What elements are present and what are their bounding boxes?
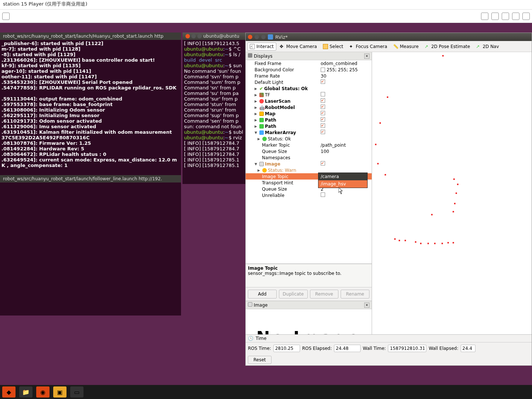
default-light-checkbox[interactable]	[321, 79, 325, 84]
map-icon	[259, 112, 264, 116]
terminal-title: ubuntu@ubuntu	[183, 33, 245, 40]
tool-interact[interactable]: ☝Interact	[247, 42, 276, 51]
vmware-titlebar: station 15 Player (仅用于非商业用途)	[0, 0, 532, 10]
vm-icon[interactable]	[2, 13, 10, 20]
unreliable-checkbox[interactable]	[321, 192, 325, 197]
terminal-body: _publisher-6]: started with pid [1122] m…	[0, 40, 181, 169]
laserscan-icon	[259, 99, 264, 103]
path2-checkbox[interactable]	[321, 123, 325, 128]
image-topic-dropdown[interactable]: /camera /image_hsv	[318, 173, 368, 188]
tool-focus-camera[interactable]: ✦Focus Camera	[347, 42, 390, 51]
maximize-icon[interactable]	[261, 35, 266, 39]
robot-icon: 🤖	[259, 105, 264, 110]
clock-icon: 🕓	[248, 336, 253, 341]
close-icon[interactable]: ×	[364, 54, 369, 59]
ros-elapsed-label: ROS Elapsed:	[302, 346, 332, 351]
print-icon[interactable]	[522, 13, 530, 20]
terminal-tab[interactable]: robot_ws/src/huanyu_robot_start/launch/H…	[0, 33, 181, 40]
displays-tree[interactable]: Fixed Frameodom_combined Background Colo…	[246, 60, 372, 264]
image-icon	[259, 162, 264, 166]
maximize-icon[interactable]	[197, 34, 202, 38]
rename-button: Rename	[341, 290, 369, 299]
image-panel-title[interactable]: Image ×	[246, 301, 372, 309]
rviz-icon	[268, 34, 273, 40]
terminal-launch[interactable]: robot_ws/src/huanyu_robot_start/launch/H…	[0, 33, 181, 184]
terminal-follower[interactable]: robot_ws/src/huanyu_robot_start/launch/f…	[0, 175, 181, 316]
property-description: Image Topic sensor_msgs::Image topic to …	[246, 264, 372, 287]
tool-2d-pose-estimate[interactable]: ↗2D Pose Estimate	[422, 42, 473, 51]
map-checkbox[interactable]	[321, 111, 325, 115]
usb-icon[interactable]	[481, 13, 488, 20]
tool-2d-nav-goal[interactable]: ↗2D Nav	[473, 42, 501, 51]
taskbar-app-5[interactable]: ▭	[70, 386, 83, 398]
remove-button: Remove	[310, 290, 339, 299]
terminal-body	[0, 183, 181, 184]
minimize-icon[interactable]	[191, 34, 196, 38]
reset-button[interactable]: Reset	[248, 356, 272, 364]
minimize-icon[interactable]	[255, 35, 259, 39]
dropdown-option-image-hsv[interactable]: /image_hsv	[318, 180, 367, 188]
taskbar-files[interactable]: 📁	[19, 386, 33, 398]
wall-time-label: Wall Time:	[363, 346, 386, 351]
close-icon[interactable]	[248, 35, 252, 39]
add-button[interactable]: Add	[248, 290, 277, 299]
terminal-shell[interactable]: ubuntu@ubuntu [ INFO] [1587912143.5ubunt…	[183, 33, 245, 184]
rviz-titlebar[interactable]: RViz*	[246, 33, 532, 41]
taskbar[interactable]: ◆ 📁 ◉ ▣ ▭	[0, 385, 532, 399]
marker-icon	[259, 130, 264, 135]
tf-checkbox[interactable]	[321, 92, 325, 96]
path-icon	[259, 124, 264, 129]
displays-icon	[248, 53, 252, 58]
time-panel: 🕓Time ROS Time: ROS Elapsed: Wall Time: …	[246, 334, 532, 365]
path-checkbox[interactable]	[321, 117, 325, 122]
wall-elapsed-label: Wall Elapsed:	[429, 346, 458, 351]
laserscan-checkbox[interactable]	[321, 98, 325, 103]
taskbar-app-3[interactable]: ◉	[36, 386, 50, 398]
duplicate-button: Duplicate	[279, 290, 308, 299]
warn-icon	[262, 168, 267, 173]
displays-title[interactable]: Displays ×	[246, 52, 372, 60]
image-icon	[248, 302, 252, 307]
disk-icon[interactable]	[491, 13, 499, 20]
tool-measure[interactable]: 📏Measure	[391, 42, 421, 51]
path-icon	[259, 118, 264, 122]
vmware-toolbar	[0, 10, 532, 23]
wall-elapsed-field[interactable]	[461, 345, 475, 352]
markerarray-checkbox[interactable]	[321, 130, 325, 134]
displays-panel: Displays × Fixed Frameodom_combined Back…	[246, 52, 372, 365]
rviz-3d-view[interactable]	[372, 52, 532, 365]
display-buttons: Add Duplicate Remove Rename	[246, 287, 372, 301]
tool-select[interactable]: Select	[320, 42, 346, 51]
ros-time-field[interactable]	[273, 345, 300, 352]
net-icon[interactable]	[502, 13, 509, 20]
terminal-body: [ INFO] [1587912143.5ubuntu@ubuntu:~$ ^C…	[183, 40, 245, 169]
taskbar-app-4[interactable]: ▣	[53, 386, 66, 398]
rviz-window: RViz* ☝Interact ✥Move Camera Select ✦Foc…	[245, 33, 532, 366]
close-icon[interactable]	[185, 34, 190, 38]
taskbar-app-1[interactable]: ◆	[2, 386, 16, 398]
ros-time-label: ROS Time:	[248, 346, 271, 351]
terminal-tab[interactable]: robot_ws/src/huanyu_robot_start/launch/f…	[0, 175, 181, 183]
tool-move-camera[interactable]: ✥Move Camera	[277, 42, 320, 51]
close-icon[interactable]: ×	[364, 303, 369, 308]
wall-time-field[interactable]	[388, 345, 426, 352]
display-icon[interactable]	[512, 13, 519, 20]
image-checkbox[interactable]	[321, 161, 325, 166]
rviz-toolbar: ☝Interact ✥Move Camera Select ✦Focus Cam…	[246, 41, 532, 52]
tf-icon	[259, 93, 264, 97]
dropdown-option-camera[interactable]: /camera	[318, 173, 367, 180]
ros-elapsed-field[interactable]	[334, 345, 361, 352]
ok-icon	[262, 137, 267, 141]
robotmodel-checkbox[interactable]	[321, 105, 325, 109]
